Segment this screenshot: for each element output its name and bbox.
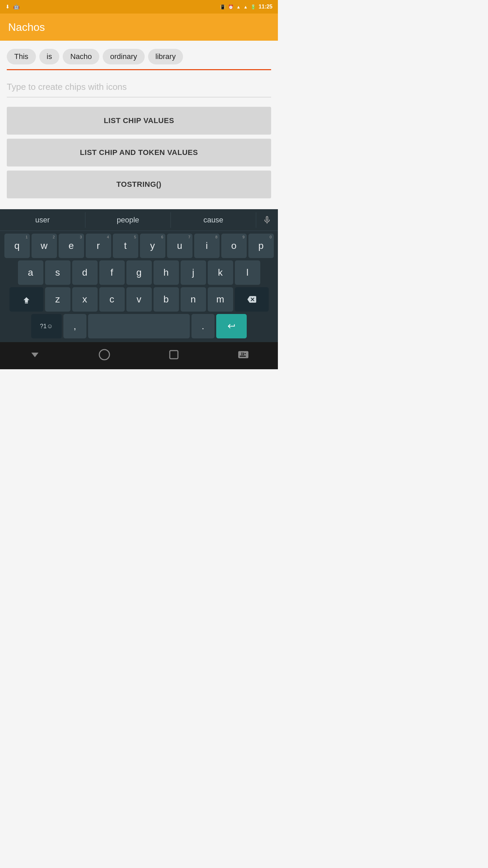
app-bar: Nachos — [0, 14, 278, 41]
symbols-key[interactable]: ?1☺ — [31, 314, 62, 338]
key-row-4: ?1☺ , . — [1, 314, 277, 338]
key-i[interactable]: 8i — [194, 234, 220, 258]
svg-marker-1 — [31, 353, 38, 357]
key-c[interactable]: c — [99, 287, 125, 312]
chip-nacho[interactable]: Nacho — [63, 49, 99, 64]
status-time: 11:25 — [259, 4, 272, 10]
input-section — [7, 80, 271, 97]
chip-input[interactable] — [7, 80, 271, 94]
suggestion-people[interactable]: people — [85, 212, 171, 228]
key-v[interactable]: v — [126, 287, 152, 312]
key-u[interactable]: 7u — [167, 234, 192, 258]
key-e[interactable]: 3e — [59, 234, 84, 258]
suggestion-cause[interactable]: cause — [171, 212, 256, 228]
key-o[interactable]: 9o — [221, 234, 247, 258]
key-t[interactable]: 5t — [113, 234, 138, 258]
recent-nav-button[interactable] — [168, 349, 180, 363]
backspace-key[interactable] — [235, 287, 269, 312]
key-x[interactable]: x — [72, 287, 98, 312]
key-q[interactable]: 1q — [4, 234, 30, 258]
back-nav-button[interactable] — [29, 349, 41, 363]
content-area: This is Nacho ordinary library LIST CHIP… — [0, 41, 278, 209]
key-k[interactable]: k — [208, 260, 233, 285]
status-bar-left: ⬇ 🤖 — [5, 4, 20, 10]
key-h[interactable]: h — [154, 260, 179, 285]
chips-row: This is Nacho ordinary library — [7, 49, 271, 70]
shift-key[interactable] — [9, 287, 43, 312]
key-w[interactable]: 2w — [32, 234, 57, 258]
key-y[interactable]: 6y — [140, 234, 165, 258]
signal-icon: ▲ — [243, 4, 248, 9]
key-l[interactable]: l — [235, 260, 260, 285]
chip-library[interactable]: library — [148, 49, 183, 64]
android-icon: 🤖 — [13, 4, 20, 10]
space-key[interactable] — [88, 314, 190, 338]
keyboard-suggestions-row: user people cause — [0, 209, 278, 231]
period-key[interactable]: . — [191, 314, 215, 338]
key-row-1: 1q 2w 3e 4r 5t 6y 7u 8i 9o 0p — [1, 234, 277, 258]
keyboard-nav-button[interactable] — [237, 349, 249, 363]
list-chip-values-button[interactable]: LIST CHIP VALUES — [7, 107, 271, 135]
key-rows: 1q 2w 3e 4r 5t 6y 7u 8i 9o 0p a s d f g … — [0, 231, 278, 342]
key-p[interactable]: 0p — [248, 234, 274, 258]
chip-this[interactable]: This — [7, 49, 36, 64]
key-z[interactable]: z — [45, 287, 70, 312]
tostring-button[interactable]: TOSTRING() — [7, 171, 271, 198]
svg-rect-0 — [25, 303, 28, 303]
key-b[interactable]: b — [154, 287, 179, 312]
key-g[interactable]: g — [126, 260, 152, 285]
suggestion-user[interactable]: user — [0, 212, 85, 228]
keyboard: user people cause 1q 2w 3e 4r 5t 6y 7u 8… — [0, 209, 278, 342]
key-d[interactable]: d — [72, 260, 98, 285]
comma-key[interactable]: , — [63, 314, 86, 338]
status-bar: ⬇ 🤖 📳 ⏰ ▲ ▲ 🔋 11:25 — [0, 0, 278, 14]
status-bar-right: 📳 ⏰ ▲ ▲ 🔋 11:25 — [220, 4, 272, 10]
svg-rect-3 — [170, 351, 178, 359]
key-r[interactable]: 4r — [86, 234, 111, 258]
chip-ordinary[interactable]: ordinary — [103, 49, 144, 64]
wifi-icon: ▲ — [236, 4, 241, 9]
key-s[interactable]: s — [45, 260, 70, 285]
key-j[interactable]: j — [181, 260, 206, 285]
app-title: Nachos — [8, 21, 45, 34]
key-m[interactable]: m — [208, 287, 233, 312]
alarm-icon: ⏰ — [228, 4, 233, 9]
key-row-3: z x c v b n m — [1, 287, 277, 312]
mic-button[interactable] — [256, 215, 278, 225]
vibrate-icon: 📳 — [220, 4, 225, 9]
key-row-2: a s d f g h j k l — [1, 260, 277, 285]
chip-is[interactable]: is — [39, 49, 60, 64]
nav-bar — [0, 342, 278, 369]
key-f[interactable]: f — [99, 260, 125, 285]
enter-key[interactable] — [216, 314, 247, 338]
svg-point-2 — [99, 350, 109, 360]
key-a[interactable]: a — [18, 260, 43, 285]
list-chip-token-values-button[interactable]: LIST CHIP AND TOKEN VALUES — [7, 139, 271, 166]
home-nav-button[interactable] — [98, 349, 110, 363]
battery-icon: 🔋 — [250, 4, 256, 9]
download-icon: ⬇ — [5, 4, 10, 10]
key-n[interactable]: n — [181, 287, 206, 312]
